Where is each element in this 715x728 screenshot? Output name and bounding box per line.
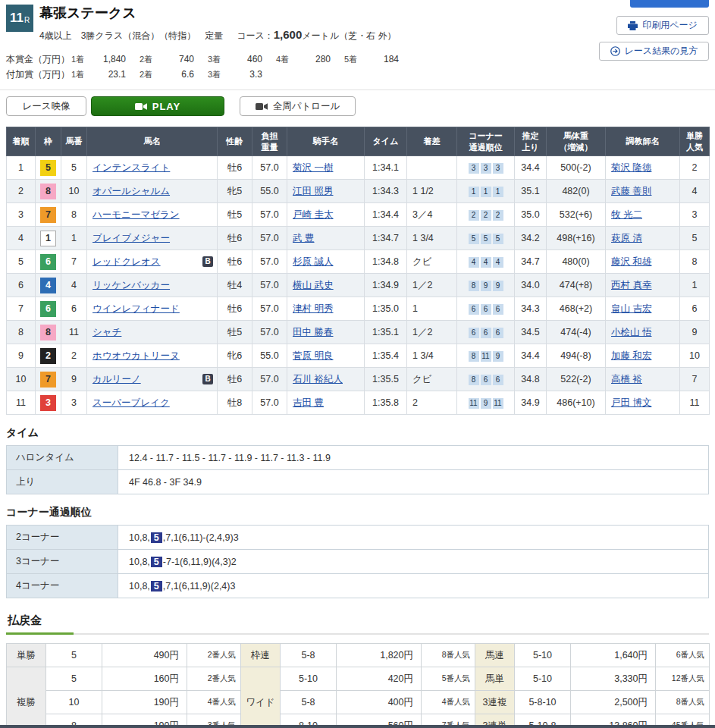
play-button[interactable]: PLAY [91,96,224,116]
horse-name-link[interactable]: インテンスライト [93,162,170,173]
waku-badge: 8 [40,184,56,199]
horse-name-link[interactable]: ウインレフィナード [93,303,180,314]
video-button-row: レース映像 PLAY 全周パトロール [6,96,709,116]
trainer-cell: 小桧山 悟 [606,321,680,344]
trainer-link[interactable]: 戸田 博文 [611,397,651,408]
jockey-link[interactable]: 武 豊 [293,233,314,243]
jockey-cell: 江田 照男 [287,180,365,203]
corner-positions: 866 [457,368,515,391]
result-guide-button[interactable]: レース結果の見方 [599,42,709,61]
trainer-link[interactable]: 畠山 吉宏 [611,303,651,314]
trainer-link[interactable]: 小桧山 悟 [611,327,651,337]
print-page-button[interactable]: 印刷用ページ [616,16,709,35]
estimated-last-3f: 34.8 [515,368,547,391]
trainer-link[interactable]: 牧 光二 [611,209,642,220]
payout-combination: 5 [46,667,102,691]
time-row-value: 4F 46.8 - 3F 34.9 [118,470,709,494]
waku-badge: 7 [40,207,56,223]
jockey-link[interactable]: 津村 明秀 [293,303,333,314]
payout-amount: 1,820円 [337,644,422,667]
trainer-cell: 牧 光二 [606,203,680,227]
body-weight: 532(+6) [547,203,606,227]
horse-number: 2 [61,344,87,368]
corner-position-number: 2 [469,210,479,221]
results-header-cell: 推定 上り [515,127,547,156]
carried-weight: 55.0 [252,180,287,203]
jockey-link[interactable]: 菅原 明良 [293,350,333,361]
jockey-link[interactable]: 田中 勝春 [293,327,333,337]
horse-name-link[interactable]: ブレイブメジャー [93,233,170,243]
bet-type-label: 単勝 [7,644,46,667]
corner-row-label: 4コーナー [7,574,118,598]
body-weight: 494(-8) [547,344,606,368]
time-row: ハロンタイム12.4 - 11.7 - 11.5 - 11.7 - 11.9 -… [7,446,709,470]
horse-name-link[interactable]: スーパーブレイク [93,397,170,408]
corner-positions: 111 [457,180,515,203]
trainer-link[interactable]: 藤沢 和雄 [611,256,651,267]
sex-age: 牡6 [218,297,252,321]
jockey-link[interactable]: 吉田 豊 [293,397,324,408]
payout-amount: 490円 [102,644,187,667]
waku-badge: 1 [40,231,56,246]
horse-name-link[interactable]: リッケンバッカー [93,280,170,290]
horse-number: 11 [61,321,87,344]
patrol-video-button[interactable]: 全周パトロール [240,96,356,116]
margin: 1 3/4 [407,227,457,250]
jockey-link[interactable]: 横山 武史 [293,280,333,290]
jockey-link[interactable]: 杉原 誠人 [293,256,333,267]
win-favorite-rank: 8 [680,250,710,274]
horse-name-link[interactable]: カルリーノ [93,374,141,384]
carried-weight: 57.0 [252,391,287,415]
payout-amount: 3,330円 [571,667,656,691]
corner-position-number: 4 [493,257,503,268]
estimated-last-3f: 34.0 [515,274,547,297]
margin: 1 3/4 [407,344,457,368]
trainer-cell: 萩原 清 [606,227,680,250]
trainer-link[interactable]: 武藤 善則 [611,186,651,196]
corner-row-label: 3コーナー [7,550,118,574]
jockey-link[interactable]: 戸崎 圭太 [293,209,333,220]
race-header: 11R 幕張ステークス 4歳以上 3勝クラス（混合）（特指） 定量コース：1,6… [6,3,709,49]
prize-amount: 460 [229,54,262,64]
horse-number: 10 [61,180,87,203]
corner-positions: 222 [457,203,515,227]
horse-name-link[interactable]: ホウオウカトリーヌ [93,350,180,361]
payout-favorite: 2番人気 [187,667,241,691]
horse-name-link[interactable]: オパールシャルム [93,186,170,196]
finish-time: 1:34.4 [365,203,407,227]
horse-name-cell: ホウオウカトリーヌ [87,344,218,368]
race-video-button[interactable]: レース映像 [6,96,86,116]
horse-name-link[interactable]: ハーモニーマゼラン [93,209,180,220]
corner-positions: 11911 [457,391,515,415]
trainer-link[interactable]: 西村 真幸 [611,280,651,290]
horse-name-link[interactable]: シャチ [93,327,121,337]
race-conditions-text: 4歳以上 3勝クラス（混合）（特指） 定量 [39,30,223,41]
top-blue-button[interactable] [630,0,709,8]
prize-pair: 1着23.1 [71,69,140,80]
waku-cell: 3 [36,391,61,415]
trainer-link[interactable]: 高橋 裕 [611,374,642,384]
finish-position: 8 [7,321,36,344]
jockey-link[interactable]: 石川 裕紀人 [293,374,343,384]
waku-cell: 8 [36,321,61,344]
win-favorite-rank: 4 [680,180,710,203]
jockey-link[interactable]: 江田 照男 [293,186,333,196]
trainer-link[interactable]: 菊沢 隆徳 [611,162,651,173]
result-row: 378ハーモニーマゼラン牡557.0戸崎 圭太1:34.43／422235.05… [7,203,710,227]
waku-badge: 6 [40,301,56,317]
corner-position-number: 11 [481,351,491,362]
prize-amount: 184 [365,54,399,64]
horse-name-cell: シャチ [87,321,218,344]
prize-pair: 2着6.6 [140,69,208,80]
trainer-link[interactable]: 加藤 和宏 [611,350,651,361]
prize-rank-label: 3着 [208,54,229,65]
horse-name-link[interactable]: レッドクレオス [93,256,161,267]
payout-favorite: 4番人気 [422,691,475,714]
body-weight: 474(+8) [547,274,606,297]
results-header-cell: タイム [365,127,407,156]
horse-number: 8 [61,203,87,227]
corner-row-value: 10,8,5,7,1(6,11,9)(2,4)3 [118,574,709,598]
jockey-link[interactable]: 菊沢 一樹 [293,162,333,173]
trainer-link[interactable]: 萩原 清 [611,233,642,243]
prize-added-label: 付加賞（万円） [6,68,71,81]
